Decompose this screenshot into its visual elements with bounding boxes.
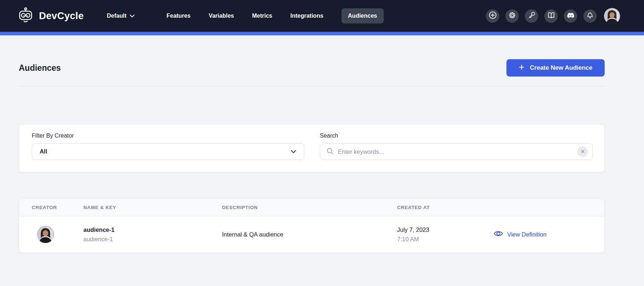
close-icon <box>581 149 585 155</box>
primary-nav: Features Variables Metrics Integrations … <box>166 8 384 23</box>
plus-icon: + <box>519 62 525 72</box>
audience-name: audience-1 <box>83 225 222 234</box>
plus-circle-icon <box>488 11 497 21</box>
create-new-audience-button[interactable]: + Create New Audience <box>506 59 605 77</box>
search-icon <box>326 147 334 156</box>
clear-search-button[interactable] <box>577 146 588 157</box>
navbar-actions <box>486 8 620 24</box>
page-title: Audiences <box>19 63 61 73</box>
devcycle-logo[interactable]: DevCycle <box>17 7 84 25</box>
column-header-description: Description <box>222 205 397 210</box>
filter-by-creator-label: Filter By Creator <box>32 133 304 139</box>
book-icon <box>547 11 556 21</box>
add-circle-button[interactable] <box>486 9 499 23</box>
search-group: Search <box>320 133 593 172</box>
logo-wordmark: DevCycle <box>39 10 84 22</box>
page-header: Audiences + Create New Audience <box>19 59 605 77</box>
user-avatar[interactable] <box>604 8 620 24</box>
search-box <box>320 143 593 160</box>
accent-bar <box>0 32 644 35</box>
audience-key: audience-1 <box>83 234 222 244</box>
create-button-label: Create New Audience <box>530 64 592 72</box>
nav-item-audiences[interactable]: Audiences <box>341 8 384 23</box>
discord-button[interactable] <box>564 9 577 23</box>
created-at-cell: July 7, 2023 7:10 AM <box>397 225 491 244</box>
nav-item-features[interactable]: Features <box>166 8 191 23</box>
column-header-creator: Creator <box>32 205 83 210</box>
filter-by-creator-group: Filter By Creator All <box>32 133 304 172</box>
settings-button[interactable] <box>505 9 519 23</box>
table-row: audience-1 audience-1 Internal & QA audi… <box>19 216 604 252</box>
table-header-row: Creator Name & Key Description Created A… <box>19 199 604 216</box>
nav-item-variables[interactable]: Variables <box>209 8 234 23</box>
search-input[interactable] <box>338 148 577 155</box>
discord-icon <box>567 11 575 21</box>
audiences-table: Creator Name & Key Description Created A… <box>19 199 605 253</box>
creator-avatar <box>37 226 54 243</box>
bell-icon <box>586 11 594 21</box>
top-navbar: DevCycle Default Features Variables Metr… <box>0 0 644 32</box>
gear-icon <box>508 11 516 21</box>
docs-button[interactable] <box>544 9 558 23</box>
name-key-cell: audience-1 audience-1 <box>83 225 222 244</box>
chevron-down-icon <box>291 148 296 155</box>
column-header-created-at: Created At <box>397 205 491 210</box>
view-definition-label: View Definition <box>507 231 547 238</box>
main-content: Audiences + Create New Audience Filter B… <box>19 59 605 253</box>
column-header-name-key: Name & Key <box>83 205 222 210</box>
creator-cell <box>32 226 83 243</box>
view-definition-link[interactable]: View Definition <box>491 230 604 239</box>
filter-card: Filter By Creator All Search <box>19 124 605 173</box>
project-selector-label: Default <box>107 13 126 19</box>
chevron-down-icon <box>130 13 135 19</box>
creator-filter-value: All <box>40 148 47 155</box>
api-keys-button[interactable] <box>525 9 538 23</box>
actions-cell: View Definition <box>491 230 604 239</box>
header-divider <box>19 86 605 87</box>
key-icon <box>527 11 536 21</box>
nav-item-integrations[interactable]: Integrations <box>290 8 323 23</box>
description-cell: Internal & QA audience <box>222 231 397 238</box>
nav-item-metrics[interactable]: Metrics <box>252 8 272 23</box>
eye-icon <box>493 230 503 239</box>
creator-filter-select[interactable]: All <box>32 143 304 160</box>
created-time: 7:10 AM <box>397 234 491 244</box>
notifications-button[interactable] <box>583 9 597 23</box>
project-selector-dropdown[interactable]: Default <box>107 13 135 19</box>
robot-logo-icon <box>17 7 34 25</box>
created-date: July 7, 2023 <box>397 225 491 234</box>
search-label: Search <box>320 133 593 139</box>
